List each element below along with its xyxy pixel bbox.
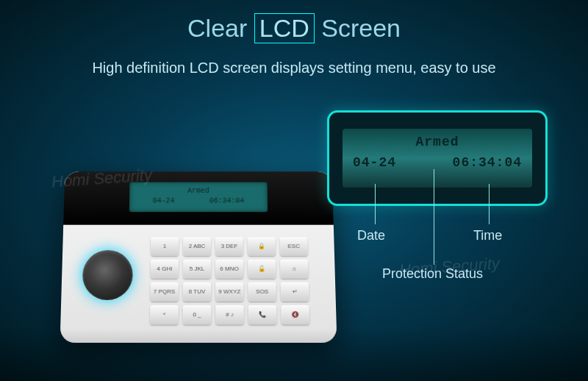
title-pre: Clear (187, 14, 247, 42)
reflection-surface (0, 330, 588, 381)
keypad-key[interactable]: 🔇 (281, 305, 309, 324)
device-lcd-date: 04-24 (153, 196, 175, 207)
keypad-key[interactable]: 7 PQRS (150, 282, 178, 302)
keypad-key[interactable]: ESC (280, 237, 308, 256)
keypad-grid: 12 ABC3 DEF🔒ESC4 GHI5 JKL6 MNO🔓⌂7 PQRS8 … (150, 237, 309, 324)
device-lcd-status: Armed (129, 186, 268, 196)
keypad-key[interactable]: ⌂ (280, 260, 309, 279)
keypad-key[interactable]: 2 ABC (183, 237, 211, 256)
speaker-ring-icon (82, 250, 134, 300)
keypad-key[interactable]: ↵ (281, 282, 309, 302)
keypad-key[interactable]: 0 _ (183, 305, 212, 324)
keypad-key[interactable]: 📞 (248, 305, 277, 324)
zoom-date: 04-24 (353, 155, 396, 170)
keypad-key[interactable]: 🔓 (248, 260, 276, 279)
device-lcd-screen: Armed 04-24 06:34:04 (129, 182, 268, 213)
keypad-key[interactable]: * (150, 305, 179, 324)
label-date: Date (357, 228, 385, 243)
subtitle-text: High definition LCD screen displays sett… (0, 60, 588, 76)
title-highlight: LCD (254, 13, 315, 43)
keypad-key[interactable]: # ♪ (215, 305, 244, 324)
keypad-key[interactable]: 5 JKL (183, 260, 211, 279)
callout-line-status (434, 169, 434, 265)
lcd-zoom-callout: Armed 04-24 06:34:04 (327, 110, 548, 206)
keypad-key[interactable]: 4 GHI (151, 260, 179, 279)
keypad-key[interactable]: 🔒 (248, 237, 276, 256)
zoom-time: 06:34:04 (453, 155, 522, 170)
label-status: Protection Status (382, 266, 483, 282)
keypad-key[interactable]: 3 DEF (215, 237, 243, 256)
keypad-key[interactable]: 1 (151, 237, 179, 256)
zoom-lcd-screen: Armed 04-24 06:34:04 (343, 129, 532, 188)
keypad-key[interactable]: SOS (248, 282, 276, 302)
alarm-keypad-device: Armed 04-24 06:34:04 12 ABC3 DEF🔒ESC4 GH… (60, 171, 337, 343)
device-lcd-time: 06:34:04 (209, 196, 245, 207)
title-post: Screen (321, 14, 401, 42)
zoom-status: Armed (353, 135, 522, 149)
page-title: Clear LCD Screen (0, 0, 588, 43)
keypad-key[interactable]: 6 MNO (215, 260, 243, 279)
keypad-key[interactable]: 9 WXYZ (215, 282, 243, 302)
keypad-key[interactable]: 8 TUV (183, 282, 211, 302)
callout-line-date (375, 184, 376, 224)
callout-line-time (489, 184, 490, 224)
label-time: Time (473, 228, 502, 243)
device-top-panel: Armed 04-24 06:34:04 (63, 171, 334, 224)
